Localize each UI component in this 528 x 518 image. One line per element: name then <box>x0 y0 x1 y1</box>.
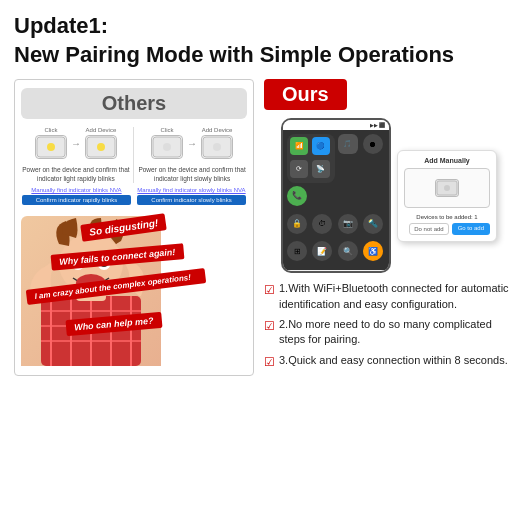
confirm-block-1: Manually find indicator blinks NVA Confi… <box>22 187 130 205</box>
ours-label: Ours <box>264 79 347 110</box>
svg-point-5 <box>163 143 171 151</box>
popup-device-label: Devices to be added: 1 <box>404 214 490 220</box>
title-line1: Update1: <box>14 13 108 38</box>
popup-add-btn[interactable]: Go to add <box>452 223 490 235</box>
device-group-2: Click → Add Device <box>138 127 246 183</box>
popup-actions: Do not add Go to add <box>404 223 490 235</box>
confirm-btn-1[interactable]: Confirm indicator rapidly blinks <box>22 195 130 205</box>
device-group-1: Click → Add Device <box>22 127 130 183</box>
others-panel: Others Click <box>14 79 254 375</box>
screen-lock-btn[interactable]: 🔒 <box>287 214 307 234</box>
spacer3 <box>363 186 383 206</box>
device-icon-2 <box>85 135 117 159</box>
svg-point-1 <box>47 143 55 151</box>
frustrated-section: So disgusting! Why fails to connect agai… <box>21 211 247 366</box>
check-icon-1: ☑ <box>264 282 275 299</box>
timer-btn[interactable]: ⏱ <box>312 214 332 234</box>
step-click-1: Click <box>35 127 67 159</box>
accessibility-btn[interactable]: ♿ <box>363 241 383 261</box>
device-caption-1: Power on the device and confirm that ind… <box>22 166 130 183</box>
step-add-device-2: Add Device <box>201 127 233 159</box>
bluetooth-btn[interactable]: 🔵 <box>312 137 330 155</box>
feature-item-3: ☑ 3.Quick and easy connection within 8 s… <box>264 353 514 371</box>
music-btn[interactable]: 🎵 <box>338 134 358 154</box>
step-add-device-1: Add Device <box>85 127 117 159</box>
screen-record-btn[interactable]: ⏺ <box>363 134 383 154</box>
device-steps-2: Click → Add Device <box>151 127 233 159</box>
spacer2 <box>338 186 358 206</box>
device-caption-2: Power on the device and confirm that ind… <box>138 166 246 183</box>
device-steps-1: Click → Add Device <box>35 127 117 159</box>
phone-mockup-area: ▶▶ ⬛ 📶 🔵 ⟳ 📡 🎵 ⏺ 📞 <box>264 118 514 273</box>
spacer <box>312 186 332 206</box>
device-icon-3 <box>151 135 183 159</box>
popup-device-box <box>404 168 490 208</box>
status-bar: ▶▶ ⬛ <box>283 120 389 130</box>
torch-btn[interactable]: 🔦 <box>363 214 383 234</box>
feature-item-1: ☑ 1.With WiFi+Bluetooth connected for au… <box>264 281 514 312</box>
popup-device-icon <box>435 179 459 197</box>
add-device-popup: Add Manually Devices to be added: 1 Do n… <box>397 150 497 242</box>
main-content: Others Click <box>14 79 514 375</box>
svg-point-27 <box>444 185 450 191</box>
feature-text-2: 2.No more need to do so many complicated… <box>279 317 514 348</box>
magnify-btn[interactable]: 🔍 <box>338 241 358 261</box>
wifi-btn[interactable]: 📶 <box>290 137 308 155</box>
page-title: Update1: New Pairing Mode with Simple Op… <box>14 12 514 69</box>
confirm-section: Manually find indicator blinks NVA Confi… <box>21 187 247 205</box>
hotspot-btn[interactable]: 📡 <box>312 160 330 178</box>
svg-point-3 <box>97 143 105 151</box>
feature-item-2: ☑ 2.No more need to do so many complicat… <box>264 317 514 348</box>
vertical-divider <box>133 127 134 183</box>
control-center: 📶 🔵 ⟳ 📡 🎵 ⏺ 📞 🔒 <box>283 130 389 270</box>
others-label: Others <box>21 88 247 119</box>
indicator-text-2: Manually find indicator slowly blinks NV… <box>137 187 245 193</box>
notes-btn[interactable]: 📝 <box>312 241 332 261</box>
feature-text-3: 3.Quick and easy connection within 8 sec… <box>279 353 508 368</box>
confirm-block-2: Manually find indicator slowly blinks NV… <box>137 187 245 205</box>
check-icon-2: ☑ <box>264 318 275 335</box>
step-click-2: Click <box>151 127 183 159</box>
indicator-text-1: Manually find indicator blinks NVA <box>31 187 121 193</box>
svg-point-7 <box>213 143 221 151</box>
camera-btn[interactable]: 📷 <box>338 214 358 234</box>
feature-text-1: 1.With WiFi+Bluetooth connected for auto… <box>279 281 514 312</box>
airdrop-btn[interactable]: ⟳ <box>290 160 308 178</box>
qr-btn[interactable]: ⊞ <box>287 241 307 261</box>
ours-panel: Ours ▶▶ ⬛ 📶 🔵 ⟳ 📡 <box>260 79 514 375</box>
device-icon-4 <box>201 135 233 159</box>
cc-network-group: 📶 🔵 ⟳ 📡 <box>287 134 335 183</box>
title-line2: New Pairing Mode with Simple Operations <box>14 42 454 67</box>
arrow-1: → <box>71 138 81 149</box>
device-icon-1 <box>35 135 67 159</box>
confirm-btn-2[interactable]: Confirm indicator slowly blinks <box>137 195 245 205</box>
popup-title: Add Manually <box>404 157 490 164</box>
phone-screen-control-center: ▶▶ ⬛ 📶 🔵 ⟳ 📡 🎵 ⏺ 📞 <box>281 118 391 273</box>
feature-list: ☑ 1.With WiFi+Bluetooth connected for au… <box>264 281 514 370</box>
header: Update1: New Pairing Mode with Simple Op… <box>14 12 514 69</box>
arrow-2: → <box>187 138 197 149</box>
popup-skip-btn[interactable]: Do not add <box>409 223 448 235</box>
check-icon-3: ☑ <box>264 354 275 371</box>
devices-row: Click → Add Device <box>21 127 247 183</box>
phone-btn[interactable]: 📞 <box>287 186 307 206</box>
page-wrapper: Update1: New Pairing Mode with Simple Op… <box>14 12 514 376</box>
